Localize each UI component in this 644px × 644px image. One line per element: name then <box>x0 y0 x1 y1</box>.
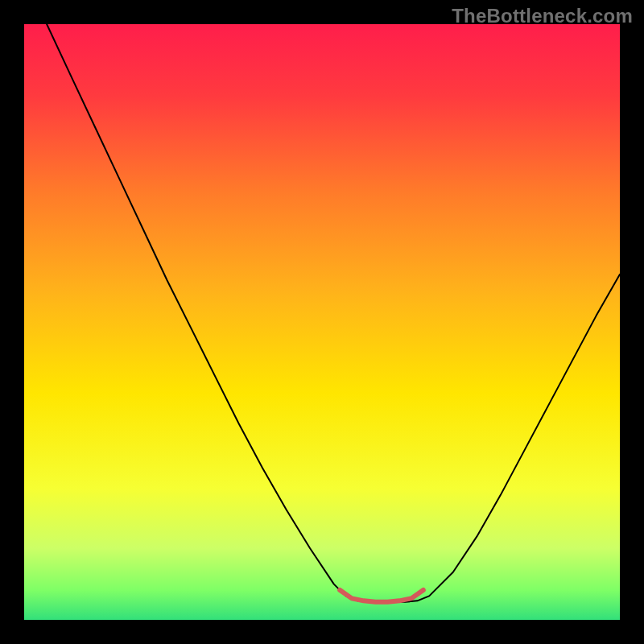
plot-area <box>24 24 620 620</box>
watermark-text: TheBottleneck.com <box>452 5 633 27</box>
chart-svg <box>24 24 620 620</box>
gradient-background <box>24 24 620 620</box>
chart-frame: TheBottleneck.com <box>0 0 644 644</box>
